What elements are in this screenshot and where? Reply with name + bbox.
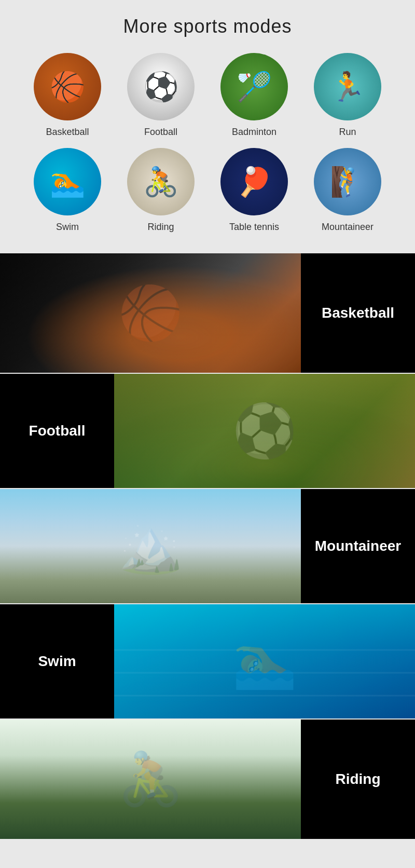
mountaineer-scene-row: 🏔️ Mountaineer bbox=[0, 489, 415, 603]
basketball-scene-row: 🏀 Basketball bbox=[0, 253, 415, 373]
basketball-scene-image: 🏀 bbox=[0, 253, 301, 373]
sport-item-mountaineer: 🧗 Mountaineer bbox=[301, 148, 394, 233]
run-label: Run bbox=[339, 127, 356, 138]
football-circle: ⚽ bbox=[127, 53, 195, 120]
tabletennis-label: Table tennis bbox=[229, 222, 279, 233]
mountaineer-scene-label: Mountaineer bbox=[315, 538, 401, 554]
sport-item-run: 🏃 Run bbox=[301, 53, 394, 138]
riding-scene-row: 🚴 Riding bbox=[0, 720, 415, 839]
basketball-scene-label: Basketball bbox=[322, 305, 394, 321]
sport-item-badminton: 🏸 Badminton bbox=[208, 53, 301, 138]
mountaineer-overlay: 🏔️ bbox=[0, 489, 301, 603]
basketball-icon: 🏀 bbox=[50, 73, 86, 101]
swim-circle: 🏊 bbox=[34, 148, 101, 215]
basketball-label: Basketball bbox=[46, 127, 89, 138]
swim-scene-label: Swim bbox=[38, 653, 76, 670]
riding-scene-image: 🚴 bbox=[0, 720, 301, 839]
riding-label: Riding bbox=[147, 222, 174, 233]
riding-icon: 🚴 bbox=[143, 168, 179, 196]
sport-item-tabletennis: 🏓 Table tennis bbox=[208, 148, 301, 233]
football-scene-label: Football bbox=[29, 423, 86, 439]
football-scene-image: ⚽ bbox=[114, 374, 415, 488]
page-title: More sports modes bbox=[0, 0, 415, 48]
sport-item-riding: 🚴 Riding bbox=[114, 148, 208, 233]
riding-label-box: Riding bbox=[301, 720, 415, 839]
mountaineer-icon: 🧗 bbox=[330, 168, 366, 196]
basketball-circle: 🏀 bbox=[34, 53, 101, 120]
badminton-icon: 🏸 bbox=[237, 73, 272, 101]
swim-icon: 🏊 bbox=[50, 168, 86, 196]
tabletennis-icon: 🏓 bbox=[237, 168, 272, 196]
swim-label-box: Swim bbox=[0, 604, 114, 718]
basketball-label-box: Basketball bbox=[301, 253, 415, 373]
football-label: Football bbox=[144, 127, 177, 138]
badminton-label: Badminton bbox=[232, 127, 276, 138]
svg-rect-2 bbox=[114, 604, 415, 718]
run-circle: 🏃 bbox=[314, 53, 381, 120]
mountaineer-label-box: Mountaineer bbox=[301, 489, 415, 603]
swim-scene-row: Swim 🏊 bbox=[0, 604, 415, 718]
sports-icons-grid: 🏀 Basketball ⚽ Football 🏸 Badminton 🏃 Ru… bbox=[0, 48, 415, 253]
mountaineer-scene-image: 🏔️ bbox=[0, 489, 301, 603]
riding-overlay: 🚴 bbox=[0, 720, 301, 839]
sport-item-basketball: 🏀 Basketball bbox=[21, 53, 114, 138]
svg-rect-0 bbox=[0, 253, 301, 373]
sport-item-swim: 🏊 Swim bbox=[21, 148, 114, 233]
swim-label: Swim bbox=[56, 222, 79, 233]
mountaineer-circle: 🧗 bbox=[314, 148, 381, 215]
sports-scenes: 🏀 Basketball Football ⚽ bbox=[0, 253, 415, 840]
run-icon: 🏃 bbox=[330, 73, 366, 101]
svg-rect-1 bbox=[114, 374, 415, 488]
football-scene-row: Football ⚽ bbox=[0, 374, 415, 488]
badminton-circle: 🏸 bbox=[220, 53, 288, 120]
swim-scene-image: 🏊 bbox=[114, 604, 415, 718]
football-label-box: Football bbox=[0, 374, 114, 488]
riding-scene-label: Riding bbox=[335, 771, 380, 788]
tabletennis-circle: 🏓 bbox=[220, 148, 288, 215]
football-icon: ⚽ bbox=[143, 73, 179, 101]
riding-circle: 🚴 bbox=[127, 148, 195, 215]
mountaineer-label: Mountaineer bbox=[322, 222, 374, 233]
sport-item-football: ⚽ Football bbox=[114, 53, 208, 138]
